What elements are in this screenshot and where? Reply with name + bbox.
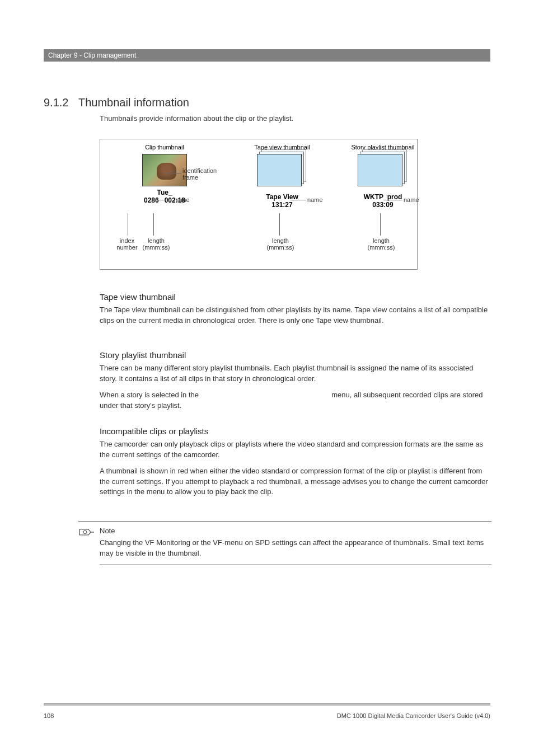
clip-column-title: Clip thumbnail: [117, 144, 212, 151]
tapeview-heading: Tape view thumbnail: [100, 292, 491, 302]
anno-name-1: name: [174, 196, 190, 203]
incompatible-section: Incompatible clips or playlists The camc…: [100, 426, 491, 503]
anno-length-3: length (mmm:ss): [364, 237, 398, 251]
svg-point-0: [83, 530, 87, 534]
anno-name-2: name: [307, 196, 323, 203]
tapeview-paragraph: The Tape view thumbnail can be distingui…: [100, 305, 491, 326]
note-title: Note: [100, 527, 491, 535]
clip-thumbnail-image: [142, 154, 187, 186]
section-title: Thumbnail information: [78, 96, 189, 109]
footer-text: DMC 1000 Digital Media Camcorder User's …: [337, 712, 490, 719]
story-paragraph-2: When a story is selected in the menu, al…: [100, 390, 491, 411]
anno-name-3: name: [404, 196, 419, 203]
anno-index: index number: [111, 237, 143, 251]
anno-idframe: identification frame: [182, 167, 222, 181]
incompatible-heading: Incompatible clips or playlists: [100, 426, 491, 436]
story-paragraph-1: There can be many different story playli…: [100, 363, 491, 384]
page-number: 108: [44, 712, 54, 719]
note-text: Changing the VF Monitoring or the VF-men…: [100, 538, 491, 559]
chapter-header: Chapter 9 - Clip management: [44, 49, 490, 62]
tapeview-section: Tape view thumbnail The Tape view thumbn…: [100, 292, 491, 332]
anno-length-1: length (mmm:ss): [139, 237, 173, 251]
note-block: Note Changing the VF Monitoring or the V…: [78, 522, 491, 570]
section-number: 9.1.2: [44, 96, 68, 109]
story-section: Story playlist thumbnail There can be ma…: [100, 350, 491, 416]
note-icon: [78, 527, 95, 537]
footer-rule: [44, 703, 490, 706]
incompatible-paragraph-1: The camcorder can only playback clips or…: [100, 439, 491, 461]
thumbnail-diagram: Clip thumbnail Tue_ 0286 002:18 identifi…: [100, 139, 418, 270]
incompatible-paragraph-2: A thumbnail is shown in red when either …: [100, 466, 491, 498]
clip-index-length: 0286 002:18: [117, 196, 212, 204]
intro-text: Thumbnails provide information about the…: [100, 114, 293, 123]
anno-length-2: length (mmm:ss): [264, 237, 297, 251]
clip-name: Tue_: [117, 189, 212, 196]
story-thumbnail-image: [358, 154, 408, 191]
tapeview-thumbnail-image: [257, 154, 307, 191]
clip-index: 0286: [144, 196, 159, 204]
story-heading: Story playlist thumbnail: [100, 350, 491, 360]
